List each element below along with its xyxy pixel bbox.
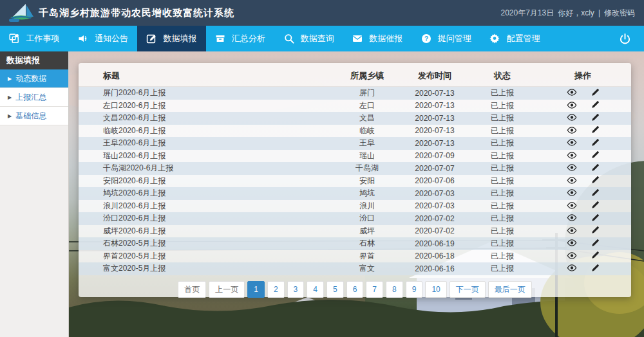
sidebar-item-label: 上报汇总 — [15, 93, 46, 102]
edit-button[interactable] — [591, 239, 600, 248]
sidebar-item-dynamic-data[interactable]: ▶动态数据 — [0, 69, 68, 88]
row-status: 已上报 — [470, 150, 535, 161]
view-button[interactable] — [567, 176, 577, 185]
nav-item-summary[interactable]: 汇总分析 — [206, 26, 275, 51]
edit-button[interactable] — [591, 151, 600, 160]
nav-item-data-reminder[interactable]: 数据催报 — [343, 26, 412, 51]
logout-button[interactable] — [611, 26, 639, 51]
content-panel: 标题所属乡镇发布时间状态操作 屏门2020-6月上报屏门2020-07-13已上… — [79, 63, 631, 297]
row-operations — [535, 151, 631, 160]
view-button[interactable] — [567, 164, 577, 173]
view-button[interactable] — [567, 239, 577, 248]
sidebar-item-report-summary[interactable]: ▶上报汇总 — [0, 88, 68, 107]
row-operations — [535, 114, 631, 123]
nav-item-label: 提问管理 — [438, 33, 471, 44]
view-button[interactable] — [567, 251, 577, 260]
table-row: 鸠坑2020-6月上报鸠坑2020-07-03已上报 — [79, 187, 631, 200]
nav-item-data-query[interactable]: 数据查询 — [274, 26, 343, 51]
eye-icon — [567, 226, 577, 236]
eye-icon — [567, 264, 577, 273]
row-title: 界首2020-5月上报 — [79, 251, 335, 262]
row-status: 已上报 — [470, 188, 535, 199]
pagination-page-9[interactable]: 9 — [406, 281, 423, 298]
row-title: 文昌2020-6月上报 — [79, 113, 335, 123]
sidebar: 数据填报 ▶动态数据▶上报汇总▶基础信息 — [0, 51, 69, 337]
sidebar-title: 数据填报 — [0, 51, 68, 69]
pagination-first-button[interactable]: 首页 — [178, 281, 206, 298]
view-button[interactable] — [567, 139, 577, 148]
nav-item-questions[interactable]: ?提问管理 — [412, 26, 481, 51]
row-publish-date: 2020-07-02 — [399, 214, 470, 223]
edit-button[interactable] — [591, 251, 600, 260]
eye-icon — [567, 201, 577, 211]
view-button[interactable] — [567, 264, 577, 273]
change-password-link[interactable]: 修改密码 — [604, 8, 635, 19]
row-town: 浪川 — [335, 201, 399, 212]
table-header: 标题所属乡镇发布时间状态操作 — [79, 66, 631, 87]
column-header: 标题 — [79, 70, 335, 82]
edit-button[interactable] — [591, 114, 600, 123]
pagination-page-3[interactable]: 3 — [287, 281, 305, 298]
view-button[interactable] — [567, 214, 577, 223]
edit-button[interactable] — [591, 226, 600, 235]
eye-icon — [567, 88, 577, 98]
row-operations — [535, 201, 631, 210]
row-operations — [535, 176, 631, 185]
edit-button[interactable] — [591, 164, 600, 173]
main-nav: 工作事项通知公告数据填报汇总分析数据查询数据催报?提问管理配置管理 — [0, 26, 644, 51]
pagination-page-1[interactable]: 1 — [247, 281, 265, 298]
pagination-page-4[interactable]: 4 — [307, 281, 324, 298]
edit-button[interactable] — [591, 189, 600, 198]
pagination-page-6[interactable]: 6 — [346, 281, 364, 298]
edit-button[interactable] — [591, 176, 600, 185]
svg-text:?: ? — [424, 35, 428, 42]
nav-item-data-entry[interactable]: 数据填报 — [137, 26, 206, 51]
table-row: 汾口2020-6月上报汾口2020-07-02已上报 — [79, 212, 631, 225]
view-button[interactable] — [567, 126, 577, 135]
edit-button[interactable] — [591, 126, 600, 135]
view-button[interactable] — [567, 226, 577, 235]
pagination-last-button[interactable]: 最后一页 — [488, 281, 532, 298]
row-publish-date: 2020-07-13 — [399, 139, 470, 148]
pagination-page-10[interactable]: 10 — [425, 281, 446, 298]
edit-button[interactable] — [591, 264, 600, 273]
row-status: 已上报 — [470, 113, 535, 123]
edit-button[interactable] — [591, 214, 600, 223]
eye-icon — [567, 214, 577, 223]
view-button[interactable] — [567, 189, 577, 198]
pagination-page-2[interactable]: 2 — [267, 281, 285, 298]
row-title: 石林2020-5月上报 — [79, 238, 335, 249]
view-button[interactable] — [567, 151, 577, 160]
table-row: 威坪2020-6月上报威坪2020-07-02已上报 — [79, 225, 631, 238]
edit-button[interactable] — [591, 139, 600, 148]
nav-item-label: 数据催报 — [369, 33, 402, 44]
view-button[interactable] — [567, 89, 577, 98]
sidebar-item-basic-info[interactable]: ▶基础信息 — [0, 107, 68, 125]
nav-item-work-items[interactable]: 工作事项 — [0, 26, 69, 51]
column-header: 所属乡镇 — [335, 70, 399, 82]
table-row: 界首2020-5月上报界首2020-06-18已上报 — [79, 250, 631, 263]
nav-item-label: 数据查询 — [301, 33, 334, 44]
pagination-prev-button[interactable]: 上一页 — [209, 281, 245, 298]
row-operations — [535, 239, 631, 248]
pagination-page-5[interactable]: 5 — [327, 281, 344, 298]
row-publish-date: 2020-07-13 — [399, 89, 470, 98]
power-icon — [619, 33, 631, 45]
edit-button[interactable] — [591, 201, 600, 210]
view-button[interactable] — [567, 114, 577, 123]
nav-item-label: 工作事项 — [26, 33, 59, 44]
edit-button[interactable] — [591, 89, 600, 98]
nav-item-notices[interactable]: 通知公告 — [69, 26, 138, 51]
pagination-page-8[interactable]: 8 — [386, 281, 403, 298]
row-status: 已上报 — [470, 263, 535, 274]
row-title: 千岛湖2020-6月上报 — [79, 163, 335, 174]
view-button[interactable] — [567, 101, 577, 110]
edit-button[interactable] — [591, 101, 600, 110]
view-button[interactable] — [567, 201, 577, 210]
pagination-next-button[interactable]: 下一页 — [450, 281, 486, 298]
eye-icon — [567, 163, 577, 173]
nav-item-configuration[interactable]: 配置管理 — [480, 26, 549, 51]
pagination-page-7[interactable]: 7 — [366, 281, 383, 298]
nav-item-label: 配置管理 — [506, 33, 540, 44]
table-row: 王阜2020-6月上报王阜2020-07-13已上报 — [79, 137, 631, 150]
